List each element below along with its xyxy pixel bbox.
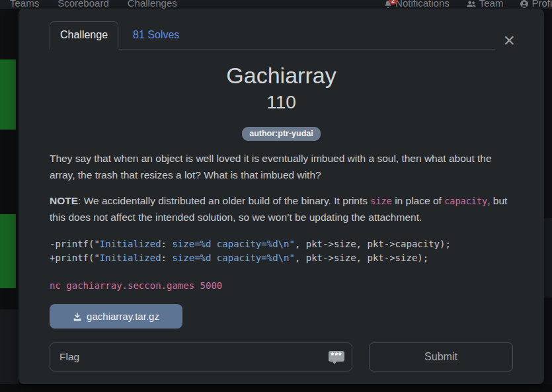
- flag-input[interactable]: [50, 342, 352, 372]
- challenge-card-edge: [0, 288, 16, 309]
- download-icon: [73, 312, 82, 321]
- nav-item-notifications[interactable]: 2 Notifications: [384, 0, 450, 9]
- page-background-row: [0, 309, 19, 385]
- tab-challenge[interactable]: Challenge: [50, 21, 118, 50]
- modal-tabs: Challenge 81 Solves: [50, 21, 495, 50]
- users-icon: [467, 0, 476, 9]
- nav-item-teams[interactable]: Teams: [10, 0, 39, 9]
- diff-line-added: +printf("Initialized: size=%d capacity=%…: [50, 251, 513, 265]
- inline-code-capacity: capacity: [444, 196, 487, 206]
- challenge-description: They say that when an object is well lov…: [50, 151, 513, 183]
- code-diff-block: -printf("Initialized: size=%d capacity=%…: [50, 237, 513, 265]
- navbar: Teams Scoreboard Challenges 2 Notificati…: [0, 0, 552, 9]
- nc-command: nc gachiarray.seccon.games 5000: [50, 280, 513, 291]
- user-icon: [520, 0, 528, 9]
- diff-line-removed: -printf("Initialized: size=%d capacity=%…: [50, 237, 513, 251]
- solved-challenge-card-edge: [0, 59, 16, 130]
- notifications-label: Notifications: [395, 0, 450, 9]
- password-manager-icon[interactable]: ***: [329, 351, 344, 362]
- download-button[interactable]: gachiarray.tar.gz: [50, 304, 182, 329]
- solved-challenge-card-edge: [0, 214, 16, 288]
- note-label: NOTE: [50, 195, 78, 206]
- download-filename: gachiarray.tar.gz: [87, 311, 159, 322]
- inline-code-size: size: [370, 196, 392, 206]
- page-background-row: [544, 297, 552, 392]
- page-background-row: [544, 9, 552, 218]
- close-icon[interactable]: ×: [503, 30, 515, 50]
- submit-button[interactable]: Submit: [369, 342, 513, 372]
- tab-solves[interactable]: 81 Solves: [118, 22, 194, 49]
- author-badge: author:ptr-yudai: [242, 127, 321, 141]
- nav-item-team[interactable]: Team: [467, 0, 504, 9]
- challenge-points: 110: [50, 92, 513, 112]
- challenge-card-edge: [0, 130, 16, 214]
- bell-icon: 2: [384, 0, 392, 9]
- nav-item-challenges[interactable]: Challenges: [128, 0, 177, 9]
- nav-item-profile[interactable]: Profile: [520, 0, 552, 9]
- profile-label: Profile: [532, 0, 552, 9]
- challenge-modal: × Challenge 81 Solves Gachiarray 110 aut…: [19, 9, 544, 384]
- challenge-title: Gachiarray: [50, 63, 513, 88]
- nav-item-scoreboard[interactable]: Scoreboard: [58, 0, 109, 9]
- challenge-note: NOTE: We accidentally distributed an old…: [50, 193, 513, 225]
- challenge-card-edge: [544, 218, 552, 297]
- team-label: Team: [479, 0, 504, 9]
